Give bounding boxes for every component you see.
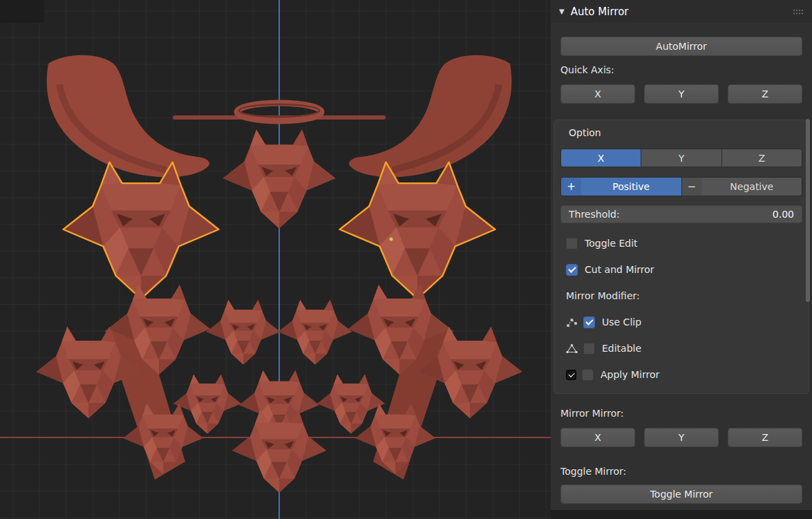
- automirror-button[interactable]: AutoMirror: [560, 37, 802, 56]
- minus-icon: −: [682, 178, 702, 196]
- editable-label: Editable: [602, 342, 641, 355]
- selected-head-right[interactable]: [340, 162, 495, 299]
- selected-head-left[interactable]: [64, 162, 219, 299]
- panel-scrollbar-thumb[interactable]: [806, 119, 810, 302]
- threshold-value: 0.00: [773, 209, 794, 220]
- negative-label: Negative: [702, 178, 802, 196]
- blender-window: ▼ Auto Mirror AutoMirror Quick Axis: X Y…: [0, 0, 812, 519]
- editmode-triangle-icon: [566, 343, 578, 355]
- mirror-mirror-x-button[interactable]: X: [560, 428, 635, 447]
- mirror-mirror-z-button[interactable]: Z: [728, 428, 802, 447]
- mirror-mirror-label: Mirror Mirror:: [560, 408, 802, 419]
- use-clip-checkbox[interactable]: [583, 317, 595, 328]
- negative-segment[interactable]: − Negative: [682, 178, 802, 196]
- mirror-axis-segmented: X Y Z: [560, 149, 802, 167]
- mirror-modifier-label: Mirror Modifier:: [566, 290, 802, 302]
- cut-and-mirror-row: Cut and Mirror: [566, 263, 802, 276]
- panel-bottom-edge: [551, 510, 812, 519]
- axis-x-segment[interactable]: X: [561, 149, 641, 167]
- toggle-edit-row: Toggle Edit: [566, 237, 802, 249]
- mirror-mirror-y-button[interactable]: Y: [644, 428, 719, 447]
- clip-vertices-icon: [566, 317, 578, 328]
- quick-axis-x-button[interactable]: X: [560, 84, 635, 104]
- editable-checkbox[interactable]: [583, 343, 595, 355]
- quick-axis-z-button[interactable]: Z: [728, 84, 802, 104]
- positive-segment[interactable]: + Positive: [561, 178, 681, 196]
- cut-and-mirror-checkbox[interactable]: [566, 264, 578, 276]
- viewport-canvas[interactable]: [0, 0, 551, 519]
- quick-axis-y-button[interactable]: Y: [644, 84, 719, 104]
- viewport-3d[interactable]: [0, 0, 551, 519]
- collapse-arrow-icon: ▼: [559, 8, 565, 15]
- editable-row: Editable: [566, 342, 802, 355]
- positive-label: Positive: [581, 178, 681, 196]
- halo-ring-mesh[interactable]: [237, 103, 321, 121]
- toggle-edit-checkbox[interactable]: [566, 238, 578, 249]
- toggle-edit-label: Toggle Edit: [585, 237, 638, 249]
- option-title: Option: [569, 127, 802, 139]
- use-clip-row: Use Clip: [566, 316, 802, 328]
- checked-box-icon: [566, 370, 576, 380]
- apply-mirror-label: Apply Mirror: [601, 368, 659, 381]
- origin-dot: [390, 238, 393, 241]
- panel-title: Auto Mirror: [571, 6, 786, 18]
- axis-y-segment[interactable]: Y: [641, 149, 721, 167]
- cut-and-mirror-label: Cut and Mirror: [585, 263, 654, 276]
- axis-z-segment[interactable]: Z: [722, 149, 802, 167]
- option-box: Option X Y Z + Positive − Negative: [554, 120, 809, 394]
- apply-mirror-row: Apply Mirror: [566, 368, 802, 381]
- sign-segmented: + Positive − Negative: [560, 177, 802, 196]
- use-clip-label: Use Clip: [602, 316, 641, 328]
- toggle-mirror-label: Toggle Mirror:: [560, 466, 802, 478]
- panel-header[interactable]: ▼ Auto Mirror: [551, 0, 812, 23]
- apply-mirror-checkbox[interactable]: [582, 369, 594, 381]
- panel-grip-icon[interactable]: [793, 8, 804, 15]
- auto-mirror-panel: ▼ Auto Mirror AutoMirror Quick Axis: X Y…: [551, 0, 812, 519]
- quick-axis-label: Quick Axis:: [560, 64, 802, 76]
- toggle-mirror-button[interactable]: Toggle Mirror: [560, 484, 802, 504]
- plus-icon: +: [561, 178, 581, 196]
- threshold-slider[interactable]: Threshold: 0.00: [560, 205, 802, 223]
- mesh-heads-group[interactable]: [37, 285, 522, 493]
- top-center-head-mesh[interactable]: [223, 130, 336, 229]
- threshold-label: Threshold:: [569, 209, 620, 220]
- quick-axis-buttons: X Y Z: [560, 84, 802, 104]
- mirror-mirror-buttons: X Y Z: [560, 428, 802, 447]
